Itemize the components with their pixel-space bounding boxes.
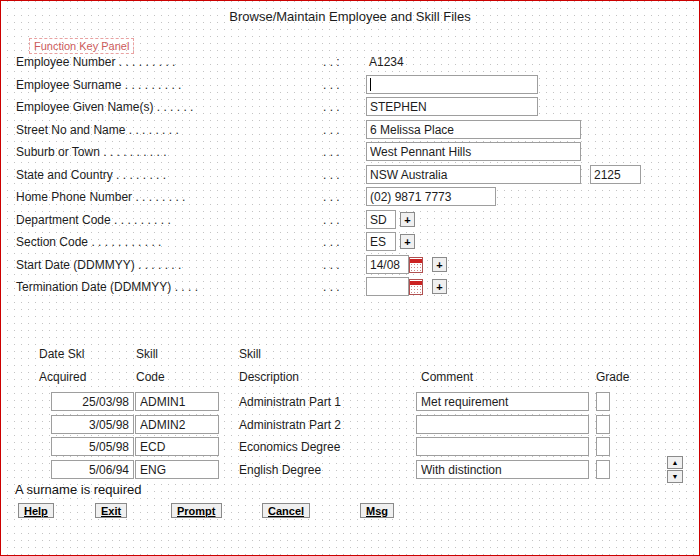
field-row-department-code: Department Code . . . . . . . . . . . . … bbox=[1, 210, 699, 231]
suburb-label: Suburb or Town . . . . . . . . . . bbox=[16, 145, 167, 159]
scroll-down-icon: ▼ bbox=[672, 473, 679, 480]
leader-dots: . . . bbox=[323, 190, 340, 204]
skill-grade-input[interactable] bbox=[596, 460, 610, 479]
field-row-section-code: Section Code . . . . . . . . . . . . . .… bbox=[1, 232, 699, 253]
field-row-employee-number: Employee Number . . . . . . . . . . . : … bbox=[1, 52, 699, 73]
field-row-suburb: Suburb or Town . . . . . . . . . . . . . bbox=[1, 142, 699, 163]
field-row-state-country: State and Country . . . . . . . . . . . bbox=[1, 165, 699, 186]
skill-code-input[interactable] bbox=[135, 437, 219, 456]
start-date-input[interactable] bbox=[366, 255, 409, 274]
scroll-down-button[interactable]: ▼ bbox=[667, 470, 683, 483]
calendar-icon-grid bbox=[410, 285, 422, 294]
header-skill-code-line1: Skill bbox=[136, 347, 158, 361]
header-date-acquired-line1: Date Skl bbox=[39, 347, 84, 361]
cancel-button[interactable]: Cancel bbox=[262, 503, 310, 518]
calendar-icon[interactable] bbox=[409, 279, 423, 295]
skill-row: Administratn Part 2 bbox=[1, 415, 699, 435]
exit-button[interactable]: Exit bbox=[95, 503, 127, 518]
given-names-input[interactable] bbox=[366, 97, 538, 116]
skill-comment-input[interactable] bbox=[416, 437, 589, 456]
leader-dots: . . . bbox=[323, 100, 340, 114]
skill-comment-input[interactable] bbox=[416, 415, 589, 434]
home-phone-input[interactable] bbox=[366, 187, 496, 206]
header-comment: Comment bbox=[421, 370, 473, 384]
leader-dots: . . . bbox=[323, 123, 340, 137]
text-cursor bbox=[370, 78, 371, 91]
field-row-employee-surname: Employee Surname . . . . . . . . . . . . bbox=[1, 75, 699, 96]
skill-code-input[interactable] bbox=[135, 460, 219, 479]
leader-dots: . . . bbox=[323, 258, 340, 272]
skill-date-input[interactable] bbox=[51, 392, 134, 411]
skill-grade-input[interactable] bbox=[596, 415, 610, 434]
header-skill-description-line1: Skill bbox=[239, 347, 261, 361]
prompt-button[interactable]: Prompt bbox=[171, 503, 222, 518]
header-date-acquired-line2: Acquired bbox=[39, 370, 86, 384]
calendar-icon[interactable] bbox=[409, 257, 423, 273]
skill-comment-input[interactable] bbox=[416, 460, 589, 479]
employee-number-value: A1234 bbox=[369, 55, 404, 69]
leader-dots: . . . bbox=[323, 280, 340, 294]
employee-maintenance-screen: Browse/Maintain Employee and Skill Files… bbox=[0, 0, 700, 556]
field-row-start-date: Start Date (DDMMYY) . . . . . . . . . . … bbox=[1, 255, 699, 276]
skill-description: Economics Degree bbox=[239, 440, 340, 454]
skill-date-input[interactable] bbox=[51, 437, 134, 456]
header-skill-code-line2: Code bbox=[136, 370, 165, 384]
calendar-icon-grid bbox=[410, 263, 422, 272]
skill-code-input[interactable] bbox=[135, 392, 219, 411]
field-row-home-phone: Home Phone Number . . . . . . . . . . . bbox=[1, 187, 699, 208]
field-row-given-names: Employee Given Name(s) . . . . . . . . . bbox=[1, 97, 699, 118]
leader-dots: . . : bbox=[323, 55, 340, 69]
section-prompt-button[interactable]: + bbox=[400, 234, 415, 249]
section-code-input[interactable] bbox=[366, 232, 396, 251]
section-code-label: Section Code . . . . . . . . . . . bbox=[16, 235, 161, 249]
msg-button[interactable]: Msg bbox=[360, 503, 394, 518]
skill-date-input[interactable] bbox=[51, 460, 134, 479]
postcode-input[interactable] bbox=[590, 165, 641, 184]
leader-dots: . . . bbox=[323, 145, 340, 159]
skill-date-input[interactable] bbox=[51, 415, 134, 434]
employee-number-label: Employee Number . . . . . . . . . bbox=[16, 55, 175, 69]
given-names-label: Employee Given Name(s) . . . . . . bbox=[16, 100, 193, 114]
termination-date-label: Termination Date (DDMMYY) . . . . bbox=[16, 280, 198, 294]
skill-row: Economics Degree bbox=[1, 437, 699, 457]
employee-surname-label: Employee Surname . . . . . . . . . bbox=[16, 78, 181, 92]
state-country-label: State and Country . . . . . . . . bbox=[16, 168, 166, 182]
field-row-street: Street No and Name . . . . . . . . . . . bbox=[1, 120, 699, 141]
skill-description: Administratn Part 2 bbox=[239, 418, 341, 432]
leader-dots: . . . bbox=[323, 235, 340, 249]
skill-description: Administratn Part 1 bbox=[239, 395, 341, 409]
department-code-label: Department Code . . . . . . . . . bbox=[16, 213, 171, 227]
skill-code-input[interactable] bbox=[135, 415, 219, 434]
home-phone-label: Home Phone Number . . . . . . . . bbox=[16, 190, 185, 204]
start-date-label: Start Date (DDMMYY) . . . . . . . bbox=[16, 258, 181, 272]
skill-row: Administratn Part 1 bbox=[1, 392, 699, 412]
street-input[interactable] bbox=[366, 120, 581, 139]
leader-dots: . . . bbox=[323, 213, 340, 227]
header-skill-description-line2: Description bbox=[239, 370, 299, 384]
termination-date-prompt-button[interactable]: + bbox=[432, 279, 447, 294]
employee-surname-input[interactable] bbox=[366, 75, 538, 94]
field-row-termination-date: Termination Date (DDMMYY) . . . . . . . … bbox=[1, 277, 699, 298]
scroll-up-button[interactable]: ▲ bbox=[667, 456, 683, 469]
department-code-input[interactable] bbox=[366, 210, 396, 229]
skill-comment-input[interactable] bbox=[416, 392, 589, 411]
street-label: Street No and Name . . . . . . . . bbox=[16, 123, 179, 137]
skill-row: English Degree bbox=[1, 460, 699, 480]
department-prompt-button[interactable]: + bbox=[400, 212, 415, 227]
help-button[interactable]: Help bbox=[18, 503, 54, 518]
skill-grade-input[interactable] bbox=[596, 437, 610, 456]
suburb-input[interactable] bbox=[366, 142, 581, 161]
header-grade: Grade bbox=[596, 370, 629, 384]
skill-grade-input[interactable] bbox=[596, 392, 610, 411]
skill-description: English Degree bbox=[239, 463, 321, 477]
termination-date-input[interactable] bbox=[366, 277, 409, 296]
page-title: Browse/Maintain Employee and Skill Files bbox=[1, 9, 699, 24]
state-country-input[interactable] bbox=[366, 165, 581, 184]
status-message: A surname is required bbox=[15, 482, 141, 497]
scroll-up-icon: ▲ bbox=[672, 459, 679, 466]
start-date-prompt-button[interactable]: + bbox=[432, 257, 447, 272]
leader-dots: . . . bbox=[323, 78, 340, 92]
leader-dots: . . . bbox=[323, 168, 340, 182]
